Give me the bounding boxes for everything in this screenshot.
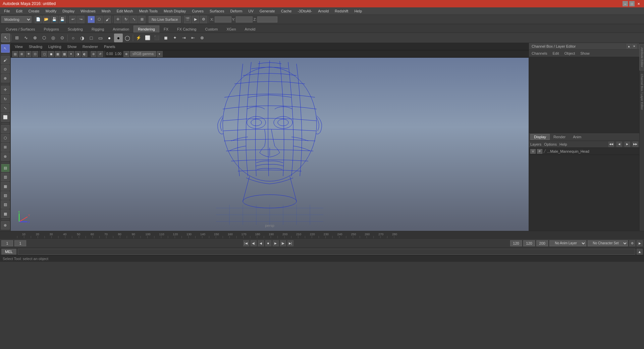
dra-tab-anim[interactable]: Anim <box>569 134 585 140</box>
channel-box-layer-tab[interactable]: Channel Box / Layer Editor <box>640 71 644 113</box>
layer-v-btn[interactable]: V <box>530 149 536 154</box>
tab-animation[interactable]: Animation <box>108 26 133 33</box>
stop-btn[interactable]: ■ <box>265 240 271 246</box>
render-settings-button[interactable]: ⚙ <box>200 16 207 23</box>
time-ruler[interactable] <box>0 231 644 238</box>
snap-curve-btn[interactable]: ∿ <box>21 34 30 42</box>
x-coord-input[interactable] <box>215 16 231 22</box>
menu-display[interactable]: Display <box>60 8 77 14</box>
tab-polygons[interactable]: Polygons <box>39 26 63 33</box>
snap-live-btn[interactable]: ⊙ <box>58 34 66 42</box>
paint-weights-btn[interactable]: ▩ <box>1 209 10 218</box>
vp-cam-btn[interactable]: ▤ <box>12 51 18 57</box>
scale-tool-btn[interactable]: ⤡ <box>1 104 10 112</box>
tab-fx-caching[interactable]: FX Caching <box>173 26 201 33</box>
y-coord-input[interactable] <box>236 16 253 22</box>
tab-rendering[interactable]: Rendering <box>133 26 159 33</box>
cb-tab-object[interactable]: Object <box>563 51 576 56</box>
plane-btn[interactable]: ▭ <box>96 34 105 42</box>
next-frame-btn[interactable]: |▶ <box>280 240 286 246</box>
max-start-input[interactable] <box>523 240 535 246</box>
vp-book-btn[interactable]: ⊞ <box>19 51 25 57</box>
menu-arnold[interactable]: Arnold <box>315 8 331 14</box>
open-file-button[interactable]: 📂 <box>43 16 50 23</box>
uv-editor-btn[interactable]: ▧ <box>1 191 10 200</box>
lasso-select-btn[interactable]: ⊙ <box>1 65 10 73</box>
vp-ao-btn[interactable]: ◐ <box>82 51 88 57</box>
select-tool-btn[interactable]: ↖ <box>1 44 10 53</box>
save-file-button[interactable]: 💾 <box>51 16 58 23</box>
layers-menu-options[interactable]: Options <box>544 142 557 146</box>
play-fwd-btn[interactable]: ▶ <box>273 240 279 246</box>
vp-grid-btn[interactable]: ⊡ <box>32 51 38 57</box>
scale-tool[interactable]: ⤡ <box>130 16 138 23</box>
move-tool[interactable]: ✛ <box>114 16 121 23</box>
menu-modify[interactable]: Modify <box>43 8 59 14</box>
layer-p-btn[interactable]: P <box>537 149 542 154</box>
sphere-btn[interactable]: ○ <box>69 34 77 42</box>
menu-mesh-display[interactable]: Mesh Display <box>161 8 189 14</box>
render-view-button[interactable]: 🎬 <box>184 16 191 23</box>
tab-sculpting[interactable]: Sculpting <box>63 26 87 33</box>
new-file-button[interactable]: 📄 <box>35 16 42 23</box>
menu-generate[interactable]: Generate <box>257 8 278 14</box>
dra-tab-display[interactable]: Display <box>530 134 550 140</box>
vp-cam2-btn[interactable]: ⊚ <box>91 51 97 57</box>
target-icon-btn[interactable]: ⊗ <box>198 34 206 42</box>
tab-fx[interactable]: FX <box>159 26 173 33</box>
vp-shadow-btn[interactable]: ◑ <box>75 51 81 57</box>
channel-box-expand-btn[interactable]: ▲ <box>627 44 631 49</box>
light-sphere-btn[interactable]: ● <box>105 34 114 42</box>
script-expand-btn[interactable]: ▲ <box>637 249 643 255</box>
select-tool[interactable]: ✦ <box>88 16 95 23</box>
save-as-button[interactable]: 💾 <box>59 16 66 23</box>
menu-windows[interactable]: Windows <box>78 8 98 14</box>
menu-mesh[interactable]: Mesh <box>99 8 113 14</box>
vp-menu-shading[interactable]: Shading <box>26 44 45 49</box>
close-button[interactable]: ✕ <box>636 1 641 6</box>
snap-view-btn[interactable]: ◎ <box>49 34 57 42</box>
layer-end-btn[interactable]: ▶▶ <box>633 142 638 147</box>
vp-smooth-btn[interactable]: ◼ <box>48 51 54 57</box>
cb-tab-channels[interactable]: Channels <box>530 51 548 56</box>
import-icon-btn[interactable]: ⇤ <box>189 34 197 42</box>
undo-button[interactable]: ↩ <box>69 16 76 23</box>
layer-back-btn[interactable]: ◀◀ <box>608 142 614 147</box>
dra-tab-render[interactable]: Render <box>550 134 569 140</box>
poly-count-btn[interactable]: ▥ <box>1 173 10 181</box>
layers-menu-help[interactable]: Help <box>559 142 567 146</box>
anim-pref-btn[interactable]: ⚙ <box>629 240 635 246</box>
export-icon-btn[interactable]: ⇥ <box>179 34 188 42</box>
menu-deform[interactable]: Deform <box>227 8 245 14</box>
viewport-icon-btn[interactable]: ⬛ <box>152 34 161 42</box>
light-icon-btn[interactable]: ✦ <box>170 34 179 42</box>
vp-menu-renderer[interactable]: Renderer <box>80 44 101 49</box>
menu-edit[interactable]: Edit <box>13 8 25 14</box>
cylinder-btn[interactable]: ◑ <box>78 34 87 42</box>
range-end-input[interactable] <box>510 240 522 246</box>
layers-menu-layers[interactable]: Layers <box>530 142 541 146</box>
tab-rigging[interactable]: Rigging <box>87 26 108 33</box>
cb-tab-edit[interactable]: Edit <box>551 51 560 56</box>
anim-layer-select[interactable]: No Anim Layer <box>549 240 586 246</box>
go-start-btn[interactable]: |◀ <box>243 240 249 246</box>
tweak-btn[interactable]: ⊕ <box>1 74 10 83</box>
history-btn[interactable]: ▨ <box>1 200 10 209</box>
workspace-selector[interactable]: Modeling <box>1 16 32 23</box>
vp-menu-view[interactable]: View <box>12 44 25 49</box>
vp-dropdown-btn[interactable]: ▾ <box>157 51 163 57</box>
current-frame-input[interactable] <box>14 240 26 246</box>
mel-tab[interactable]: MEL <box>1 249 16 255</box>
paint-select-btn[interactable]: 🖌 <box>1 56 10 64</box>
lasso-tool[interactable]: ⬡ <box>96 16 103 23</box>
tab-custom[interactable]: Custom <box>201 26 222 33</box>
tab-arnold[interactable]: Arnold <box>240 26 260 33</box>
attribute-editor-tab[interactable]: Attribute Editor <box>639 44 644 70</box>
dark-sphere-btn[interactable]: ● <box>114 34 123 42</box>
go-end-btn[interactable]: ▶| <box>287 240 293 246</box>
menu-uv[interactable]: UV <box>246 8 256 14</box>
playback-pref-btn[interactable]: ▶ <box>637 240 643 246</box>
cb-tab-show[interactable]: Show <box>579 51 591 56</box>
prev-frame-btn[interactable]: ◀| <box>251 240 257 246</box>
display-stack-btn[interactable]: ▤ <box>1 164 10 172</box>
